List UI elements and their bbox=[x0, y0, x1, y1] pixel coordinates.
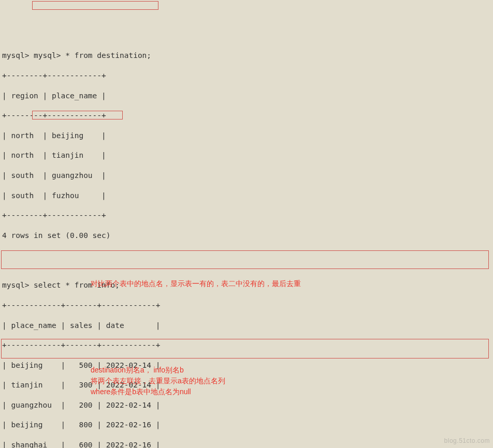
q2-row: | guangzhou | 200 | 2022-02-14 | bbox=[2, 400, 491, 410]
q1-footer: 4 rows in set (0.00 sec) bbox=[2, 231, 491, 241]
q1-row: | north | tianjin | bbox=[2, 151, 491, 160]
q1-row: | south | fuzhou | bbox=[2, 191, 491, 201]
q2-sep-top: +------------+-------+------------+ bbox=[2, 301, 491, 310]
blank bbox=[2, 250, 491, 260]
q2-row: | beijing | 500 | 2022-02-14 | bbox=[2, 361, 491, 370]
q2-row: | beijing | 800 | 2022-02-16 | bbox=[2, 420, 491, 430]
q1-sep-top: +--------+------------+ bbox=[2, 71, 491, 81]
watermark: blog.51cto.com bbox=[444, 436, 490, 446]
q1-row: | north | beijing | bbox=[2, 131, 491, 141]
q1-sep-bot: +--------+------------+ bbox=[2, 211, 491, 220]
annotation-alias: destination别名a， info别名b bbox=[91, 365, 184, 376]
q1-sep-mid: +--------+------------+ bbox=[2, 111, 491, 121]
q1-cmd: mysql> mysql> * from destination; bbox=[2, 51, 491, 61]
q1-header: | region | place_name | bbox=[2, 91, 491, 101]
q2-row: | shanghai | 600 | 2022-02-16 | bbox=[2, 440, 491, 448]
annotation-where: where条件是b表中地点名为null bbox=[91, 386, 191, 397]
highlight-box-q1 bbox=[32, 1, 158, 10]
q2-sep-mid: +------------+-------+------------+ bbox=[2, 340, 491, 350]
q1-row: | south | guangzhou | bbox=[2, 171, 491, 181]
annotation-join: 将两个表左联接，去重显示a表的地点名列 bbox=[91, 376, 225, 386]
q2-row: | tianjin | 300 | 2022-02-14 | bbox=[2, 380, 491, 390]
q2-header: | place_name | sales | date | bbox=[2, 321, 491, 331]
annotation-compare: 对比两个表中的地点名，显示表一有的，表二中没有的，最后去重 bbox=[91, 278, 301, 289]
